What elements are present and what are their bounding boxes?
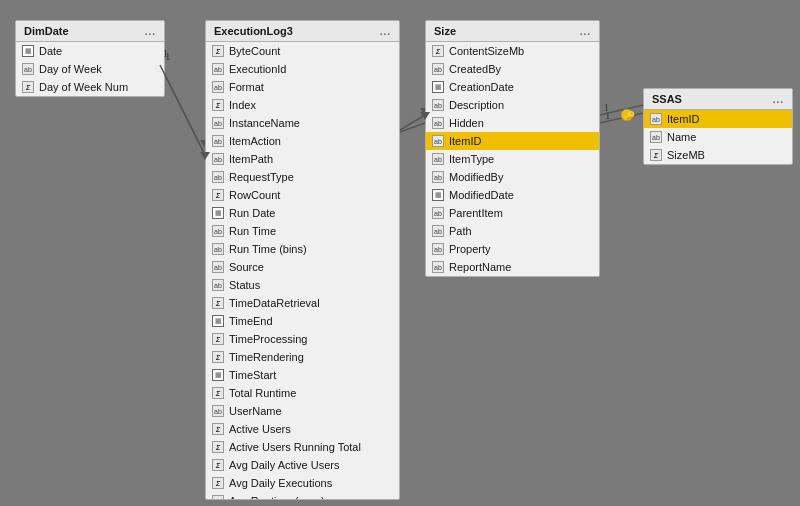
rel-label-1b: 1 [605, 109, 611, 121]
calendar-icon: ▦ [212, 207, 224, 219]
table-header-size: Size ... [426, 21, 599, 42]
field-row-path[interactable]: abPath [426, 222, 599, 240]
field-row-date[interactable]: ▦ Date [16, 42, 164, 60]
field-row-requesttype[interactable]: abRequestType [206, 168, 399, 186]
field-row-sizemb-ssas[interactable]: ΣSizeMB [644, 146, 792, 164]
field-row-timeprocessing[interactable]: ΣTimeProcessing [206, 330, 399, 348]
field-row-index[interactable]: ΣIndex [206, 96, 399, 114]
table-dots-size[interactable]: ... [580, 26, 591, 37]
calendar-icon-date: ▦ [22, 45, 34, 57]
text-icon: ab [432, 207, 444, 219]
table-ssas: SSAS ... abItemID abName ΣSizeMB [643, 88, 793, 165]
field-row-reportname[interactable]: abReportName [426, 258, 599, 276]
svg-line-5 [600, 105, 643, 115]
sigma-icon: Σ [212, 477, 224, 489]
field-name-date: Date [39, 45, 62, 57]
svg-line-2 [600, 113, 643, 123]
field-row-instancename[interactable]: abInstanceName [206, 114, 399, 132]
table-title-executionlog3: ExecutionLog3 [214, 25, 293, 37]
calendar-icon: ▦ [212, 369, 224, 381]
text-icon: ab [212, 135, 224, 147]
field-row-bytecount[interactable]: ΣByteCount [206, 42, 399, 60]
text-icon: ab [212, 279, 224, 291]
calendar-icon: ▦ [212, 315, 224, 327]
field-row-activeusers[interactable]: ΣActive Users [206, 420, 399, 438]
field-row-rowcount[interactable]: ΣRowCount [206, 186, 399, 204]
field-row-modifieddate[interactable]: ▦ModifiedDate [426, 186, 599, 204]
field-row-createdby[interactable]: abCreatedBy [426, 60, 599, 78]
sigma-icon: Σ [212, 459, 224, 471]
svg-line-0 [160, 65, 205, 155]
field-row-dayofweeknum[interactable]: Σ Day of Week Num [16, 78, 164, 96]
field-row-timestart[interactable]: ▦TimeStart [206, 366, 399, 384]
field-row-modifiedby[interactable]: abModifiedBy [426, 168, 599, 186]
field-row-timerendering[interactable]: ΣTimeRendering [206, 348, 399, 366]
text-icon: ab [432, 117, 444, 129]
field-row-itemtype[interactable]: abItemType [426, 150, 599, 168]
field-row-itemid-size[interactable]: abItemID [426, 132, 599, 150]
text-icon: ab [212, 225, 224, 237]
field-row-contentsizeMb[interactable]: ΣContentSizeMb [426, 42, 599, 60]
field-row-itempath[interactable]: abItemPath [206, 150, 399, 168]
field-row-source[interactable]: abSource [206, 258, 399, 276]
field-row-hidden[interactable]: abHidden [426, 114, 599, 132]
text-icon: ab [212, 63, 224, 75]
table-header-executionlog3: ExecutionLog3 ... [206, 21, 399, 42]
relation-key-icon [621, 109, 633, 121]
field-row-itemaction[interactable]: abItemAction [206, 132, 399, 150]
table-size: Size ... ΣContentSizeMb abCreatedBy ▦Cre… [425, 20, 600, 277]
table-dimdate: DimDate ... ▦ Date ab Day of Week Σ Day … [15, 20, 165, 97]
field-row-timeend[interactable]: ▦TimeEnd [206, 312, 399, 330]
field-row-itemid-ssas[interactable]: abItemID [644, 110, 792, 128]
text-icon: ab [212, 171, 224, 183]
text-icon: ab [212, 81, 224, 93]
sigma-icon: Σ [212, 441, 224, 453]
field-row-totalruntime[interactable]: ΣTotal Runtime [206, 384, 399, 402]
table-dots-executionlog3[interactable]: ... [380, 26, 391, 37]
field-row-runtimebins[interactable]: abRun Time (bins) [206, 240, 399, 258]
field-row-timedataretrieval[interactable]: ΣTimeDataRetrieval [206, 294, 399, 312]
text-icon: ab [432, 225, 444, 237]
table-dots-ssas[interactable]: ... [773, 94, 784, 105]
text-icon: ab [212, 153, 224, 165]
field-row-creationdate[interactable]: ▦CreationDate [426, 78, 599, 96]
sigma-icon: Σ [212, 333, 224, 345]
svg-line-1 [400, 123, 425, 132]
table-title-dimdate: DimDate [24, 25, 69, 37]
text-icon: ab [432, 153, 444, 165]
field-row-rundate[interactable]: ▦Run Date [206, 204, 399, 222]
svg-line-4 [400, 115, 425, 130]
field-row-name-ssas[interactable]: abName [644, 128, 792, 146]
sigma-icon: Σ [212, 45, 224, 57]
field-row-avgdailyexec[interactable]: ΣAvg Daily Executions [206, 474, 399, 492]
text-icon: ab [432, 171, 444, 183]
text-icon: ab [432, 261, 444, 273]
field-name-dayofweeknum: Day of Week Num [39, 81, 128, 93]
field-row-avgdailyactive[interactable]: ΣAvg Daily Active Users [206, 456, 399, 474]
field-row-username[interactable]: abUserName [206, 402, 399, 420]
table-dots-dimdate[interactable]: ... [145, 26, 156, 37]
key-icon-text: 🔑 [624, 110, 636, 122]
field-row-description[interactable]: abDescription [426, 96, 599, 114]
sigma-icon: Σ [212, 351, 224, 363]
field-name-dayofweek: Day of Week [39, 63, 102, 75]
table-header-ssas: SSAS ... [644, 89, 792, 110]
field-row-status[interactable]: abStatus [206, 276, 399, 294]
field-row-property[interactable]: abProperty [426, 240, 599, 258]
field-row-runtime[interactable]: abRun Time [206, 222, 399, 240]
field-row-activeusersrunning[interactable]: ΣActive Users Running Total [206, 438, 399, 456]
table-header-dimdate: DimDate ... [16, 21, 164, 42]
text-icon: ab [212, 261, 224, 273]
field-row-format[interactable]: abFormat [206, 78, 399, 96]
field-row-avgruntimesecs[interactable]: ΣAvg Runtime (secs) [206, 492, 399, 500]
calendar-icon: ▦ [432, 81, 444, 93]
sigma-icon: Σ [212, 495, 224, 500]
sigma-icon: Σ [212, 387, 224, 399]
text-icon: ab [432, 99, 444, 111]
field-row-executionid[interactable]: abExecutionId [206, 60, 399, 78]
text-icon: ab [432, 135, 444, 147]
field-row-parentitem[interactable]: abParentItem [426, 204, 599, 222]
sigma-icon-dayofweeknum: Σ [22, 81, 34, 93]
field-row-dayofweek[interactable]: ab Day of Week [16, 60, 164, 78]
text-icon: ab [432, 243, 444, 255]
